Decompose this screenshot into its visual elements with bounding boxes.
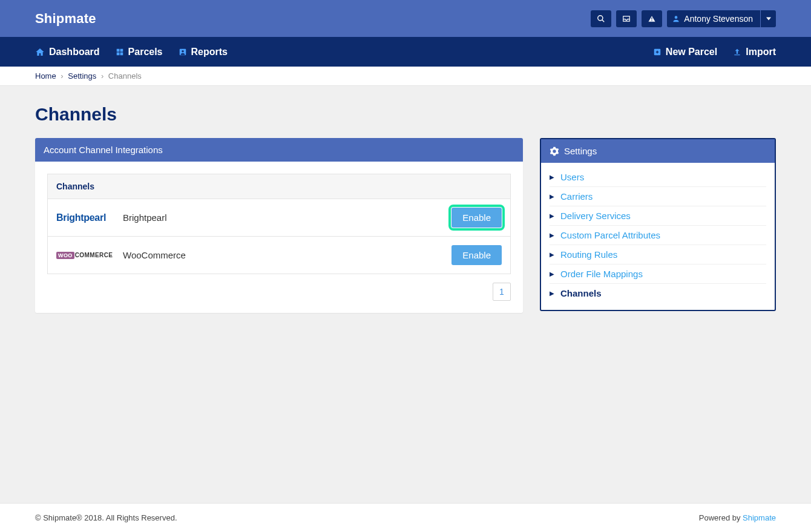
nav-dashboard[interactable]: Dashboard: [35, 47, 100, 57]
channels-table: Channels Brightpearl Brightpearl: [47, 174, 511, 274]
settings-item-label: Order File Mappings: [560, 269, 643, 279]
main-nav: Dashboard Parcels Reports New Parcel Imp…: [0, 37, 811, 67]
settings-item-label: Channels: [560, 288, 602, 298]
gear-icon: [550, 146, 559, 156]
svg-rect-3: [116, 48, 119, 51]
svg-rect-5: [116, 52, 119, 55]
pagination: 1: [47, 283, 511, 301]
settings-item-label: Delivery Services: [560, 211, 631, 221]
settings-list: ▶ Users ▶ Carriers ▶ Delivery Services ▶…: [541, 163, 775, 310]
plus-icon: [653, 48, 662, 56]
chevron-right-icon: ▶: [550, 212, 554, 219]
footer-powered-link[interactable]: Shipmate: [743, 513, 776, 522]
svg-rect-4: [120, 48, 123, 51]
channels-panel-header: Account Channel Integrations: [35, 138, 523, 162]
channels-table-header: Channels: [48, 174, 511, 199]
user-name-label: Antony Stevenson: [684, 14, 753, 24]
channels-panel: Account Channel Integrations Channels: [35, 138, 523, 313]
topbar-actions: Antony Stevenson: [591, 10, 776, 27]
settings-panel-title: Settings: [564, 146, 597, 156]
page-title: Channels: [35, 104, 776, 125]
breadcrumb-sep-1: ›: [61, 71, 63, 80]
settings-panel: Settings ▶ Users ▶ Carriers ▶ Delivery S…: [540, 138, 776, 311]
breadcrumb-current: Channels: [108, 71, 142, 80]
chevron-right-icon: ▶: [550, 290, 554, 297]
settings-item-channels[interactable]: ▶ Channels: [550, 284, 766, 303]
page-content: Channels Account Channel Integrations Ch…: [0, 86, 811, 503]
settings-item-carriers[interactable]: ▶ Carriers: [550, 187, 766, 206]
user-menu-caret[interactable]: [760, 10, 776, 27]
svg-point-8: [182, 50, 184, 53]
caret-down-icon: [766, 16, 771, 21]
user-menu-button[interactable]: Antony Stevenson: [667, 10, 760, 27]
warning-icon: [648, 15, 656, 23]
brand-logo[interactable]: Shipmate: [35, 11, 96, 27]
chevron-right-icon: ▶: [550, 193, 554, 200]
channel-logo-brightpearl: Brightpearl: [56, 212, 111, 223]
breadcrumb: Home › Settings › Channels: [0, 67, 811, 86]
channel-name: WooCommerce: [123, 250, 439, 260]
footer-powered: Powered by Shipmate: [699, 513, 776, 522]
chevron-right-icon: ▶: [550, 232, 554, 238]
home-icon: [35, 47, 45, 57]
settings-item-custom-parcel-attributes[interactable]: ▶ Custom Parcel Attributes: [550, 226, 766, 245]
nav-parcels-label: Parcels: [128, 47, 163, 57]
nav-import-label: Import: [746, 47, 776, 57]
nav-reports[interactable]: Reports: [179, 47, 228, 57]
nav-parcels[interactable]: Parcels: [116, 47, 163, 57]
alerts-button[interactable]: [642, 10, 662, 27]
footer-copyright: © Shipmate® 2018. All Rights Reserved.: [35, 513, 177, 522]
settings-item-label: Routing Rules: [560, 249, 617, 260]
channel-logo-woocommerce: WOOCOMMERCE: [56, 252, 111, 259]
account-icon: [179, 48, 187, 56]
breadcrumb-settings[interactable]: Settings: [68, 71, 96, 80]
settings-item-label: Carriers: [560, 191, 593, 202]
svg-line-1: [602, 19, 605, 22]
settings-item-order-file-mappings[interactable]: ▶ Order File Mappings: [550, 264, 766, 284]
chevron-right-icon: ▶: [550, 271, 554, 277]
breadcrumb-home[interactable]: Home: [35, 71, 56, 80]
settings-item-users[interactable]: ▶ Users: [550, 168, 766, 187]
settings-item-delivery-services[interactable]: ▶ Delivery Services: [550, 206, 766, 226]
settings-item-label: Custom Parcel Attributes: [560, 230, 660, 240]
enable-button-woocommerce[interactable]: Enable: [451, 245, 502, 265]
table-row: Brightpearl Brightpearl Enable: [48, 199, 511, 237]
inbox-icon: [622, 15, 631, 23]
svg-point-2: [675, 16, 678, 19]
settings-item-label: Users: [560, 172, 584, 182]
svg-rect-6: [120, 52, 123, 55]
table-row: WOOCOMMERCE WooCommerce Enable: [48, 237, 511, 274]
enable-button-brightpearl[interactable]: Enable: [451, 208, 502, 228]
nav-dashboard-label: Dashboard: [49, 47, 100, 57]
search-button[interactable]: [591, 10, 611, 27]
nav-import[interactable]: Import: [733, 47, 776, 57]
svg-rect-10: [735, 54, 740, 55]
user-icon: [672, 15, 680, 23]
footer: © Shipmate® 2018. All Rights Reserved. P…: [0, 503, 811, 532]
search-icon: [597, 15, 605, 23]
topbar: Shipmate Antony Stevenson: [0, 0, 811, 37]
nav-new-parcel[interactable]: New Parcel: [653, 47, 717, 57]
upload-icon: [733, 48, 741, 56]
grid-icon: [116, 48, 124, 56]
channel-name: Brightpearl: [123, 212, 439, 223]
breadcrumb-sep-2: ›: [101, 71, 103, 80]
nav-new-parcel-label: New Parcel: [666, 47, 717, 57]
svg-point-0: [598, 15, 603, 20]
settings-item-routing-rules[interactable]: ▶ Routing Rules: [550, 245, 766, 264]
inbox-button[interactable]: [616, 10, 637, 27]
nav-reports-label: Reports: [191, 47, 228, 57]
page-number[interactable]: 1: [493, 283, 511, 301]
chevron-right-icon: ▶: [550, 251, 554, 258]
settings-panel-header: Settings: [541, 139, 775, 163]
chevron-right-icon: ▶: [550, 174, 554, 180]
